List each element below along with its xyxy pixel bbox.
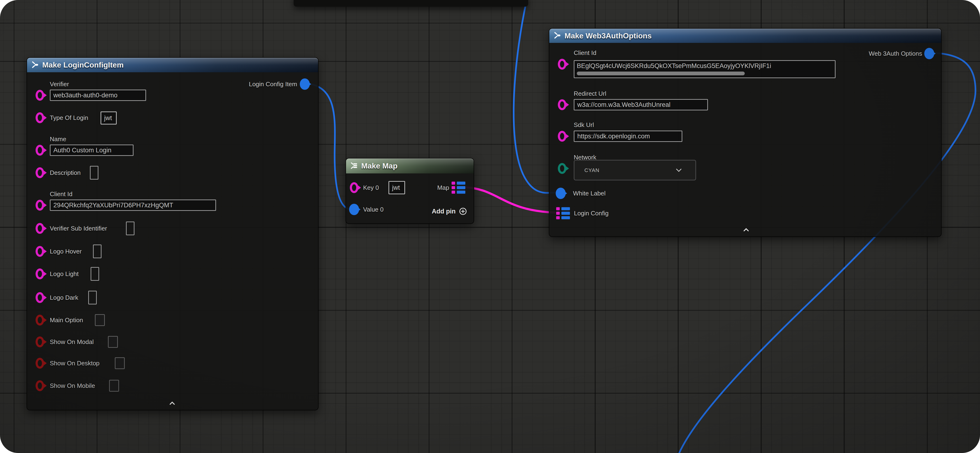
login-config-item-output-pin[interactable] — [300, 78, 310, 90]
login-config-label: Login Config — [574, 210, 609, 216]
logo-hover-pin[interactable] — [36, 246, 44, 257]
redirect-url-field[interactable]: w3a://com.w3a.Web3AuthUnreal — [574, 99, 708, 111]
node-make-web3authoptions[interactable]: Make Web3AuthOptions Web 3Auth Options C… — [549, 28, 942, 237]
logo-hover-field[interactable] — [93, 244, 102, 258]
verifier-sub-identifier-pin[interactable] — [36, 223, 44, 234]
key-0-label: Key 0 — [363, 185, 379, 191]
name-pin[interactable] — [36, 145, 44, 156]
logo-light-label: Logo Light — [50, 271, 78, 277]
network-label: Network — [574, 154, 596, 160]
name-field[interactable]: Auth0 Custom Login — [50, 144, 134, 156]
redirect-url-pin[interactable] — [558, 99, 566, 110]
output-pin-label: Web 3Auth Options — [869, 51, 922, 57]
show-on-mobile-label: Show On Mobile — [50, 383, 95, 389]
client-id-label: Client Id — [50, 191, 72, 197]
collapse-node-button[interactable] — [168, 401, 177, 407]
redirect-url-label: Redirect Url — [574, 90, 606, 97]
network-pin[interactable] — [558, 163, 566, 174]
show-on-mobile-checkbox[interactable] — [109, 380, 119, 392]
show-on-desktop-pin[interactable] — [36, 358, 44, 369]
make-struct-icon — [553, 31, 562, 41]
blueprint-canvas[interactable]: Make LoginConfigItem Login Config Item V… — [0, 0, 980, 453]
main-option-checkbox[interactable] — [95, 314, 105, 326]
logo-light-field[interactable] — [91, 267, 99, 281]
logo-dark-label: Logo Dark — [50, 295, 78, 301]
chevron-down-icon — [676, 168, 682, 172]
output-pin-label: Login Config Item — [249, 81, 297, 87]
verifier-label: Verifier — [50, 81, 69, 87]
logo-light-pin[interactable] — [36, 268, 44, 279]
make-map-icon — [350, 162, 358, 171]
map-output-label: Map — [437, 185, 449, 191]
node-make-map[interactable]: Make Map Key 0 jwt Map Value 0 Add pin — [345, 158, 474, 224]
node-make-loginconfigitem[interactable]: Make LoginConfigItem Login Config Item V… — [27, 57, 318, 410]
type-of-login-label: Type Of Login — [50, 115, 88, 121]
verifier-pin[interactable] — [36, 90, 44, 101]
sdk-url-field[interactable]: https://sdk.openlogin.com — [574, 131, 682, 142]
show-on-modal-checkbox[interactable] — [108, 336, 118, 348]
client-id-field[interactable]: BEglQSgt4cUWcj6SKRdu5QkOXTsePmMcusG5EAoy… — [574, 60, 835, 78]
sdk-url-pin[interactable] — [558, 131, 566, 142]
verifier-field[interactable]: web3auth-auth0-demo — [50, 90, 146, 101]
node-title: Make Map — [361, 162, 398, 170]
client-id-label: Client Id — [574, 50, 596, 56]
node-header[interactable]: Make LoginConfigItem — [27, 58, 318, 72]
chevron-up-icon — [168, 401, 177, 405]
wire-map-to-login-config[interactable] — [465, 187, 555, 212]
circled-plus-icon — [459, 207, 467, 215]
show-on-modal-label: Show On Modal — [50, 339, 94, 345]
white-label-label: White Label — [573, 190, 606, 196]
sdk-url-label: Sdk Url — [574, 122, 594, 128]
logo-dark-pin[interactable] — [36, 292, 44, 303]
make-struct-icon — [31, 60, 39, 70]
description-label: Description — [50, 169, 81, 176]
web3auth-options-output-pin[interactable] — [924, 48, 934, 59]
description-field[interactable] — [90, 166, 99, 180]
node-header[interactable]: Make Web3AuthOptions — [549, 29, 941, 43]
show-on-modal-pin[interactable] — [36, 336, 44, 347]
show-on-desktop-label: Show On Desktop — [50, 360, 100, 366]
main-option-label: Main Option — [50, 317, 83, 323]
description-pin[interactable] — [36, 167, 44, 178]
type-of-login-pin[interactable] — [36, 112, 44, 123]
logo-dark-field[interactable] — [88, 291, 97, 304]
node-title: Make Web3AuthOptions — [565, 32, 652, 40]
client-id-pin[interactable] — [36, 200, 44, 211]
verifier-sub-identifier-field[interactable] — [126, 222, 134, 235]
map-output-pin[interactable] — [452, 182, 465, 194]
node-header[interactable]: Make Map — [346, 158, 474, 173]
value-0-label: Value 0 — [363, 206, 383, 212]
add-pin-button[interactable]: Add pin — [432, 207, 467, 215]
client-id-pin[interactable] — [558, 59, 566, 70]
show-on-mobile-pin[interactable] — [36, 380, 44, 391]
chevron-up-icon — [741, 227, 751, 232]
client-id-field[interactable]: 294QRkchfq2YaXUbPri7D6PH7xzHgQMT — [50, 200, 216, 211]
white-label-pin[interactable] — [556, 188, 566, 199]
node-title: Make LoginConfigItem — [42, 61, 124, 70]
offscreen-node-fragment[interactable] — [294, 0, 528, 6]
key-0-field[interactable]: jwt — [388, 181, 405, 194]
key-0-pin[interactable] — [350, 182, 358, 193]
client-id-scrollbar[interactable] — [577, 71, 745, 75]
logo-hover-label: Logo Hover — [50, 248, 81, 255]
network-selected-value: CYAN — [574, 167, 676, 173]
show-on-desktop-checkbox[interactable] — [115, 357, 125, 369]
login-config-pin[interactable] — [556, 207, 570, 219]
main-option-pin[interactable] — [36, 315, 44, 326]
name-label: Name — [50, 136, 66, 142]
verifier-sub-identifier-label: Verifier Sub Identifier — [50, 225, 107, 231]
collapse-node-button[interactable] — [741, 227, 751, 233]
value-0-pin[interactable] — [349, 204, 359, 215]
network-dropdown[interactable]: CYAN — [574, 160, 696, 181]
type-of-login-field[interactable]: jwt — [100, 112, 117, 125]
